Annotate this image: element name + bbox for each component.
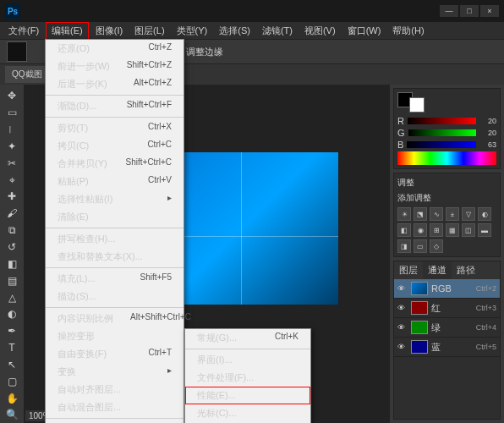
- minimize-button[interactable]: —: [440, 5, 458, 17]
- g-slider[interactable]: [408, 129, 476, 136]
- pen-tool[interactable]: ✒: [2, 323, 22, 339]
- menu-item[interactable]: 常规(G)...Ctrl+K: [185, 329, 310, 347]
- document-tab[interactable]: QQ截图: [5, 66, 49, 83]
- channel-row[interactable]: 👁 绿 Ctrl+4: [394, 318, 500, 338]
- tool-preset[interactable]: [7, 41, 27, 62]
- edit-menu-dropdown: 还原(O)Ctrl+Z前进一步(W)Shift+Ctrl+Z后退一步(K)Alt…: [45, 39, 184, 423]
- tab-channels[interactable]: 通道: [423, 261, 452, 279]
- menu-layer[interactable]: 图层(L): [129, 23, 169, 39]
- lasso-tool[interactable]: ⃒: [2, 122, 22, 138]
- tab-layers[interactable]: 图层: [394, 261, 423, 279]
- adj-hue-icon[interactable]: ◐: [478, 207, 491, 221]
- brush-tool[interactable]: 🖌: [2, 206, 22, 222]
- menu-select[interactable]: 选择(S): [214, 23, 255, 39]
- refine-edge-button[interactable]: 调整边缘: [186, 46, 223, 58]
- menu-item[interactable]: 前进一步(W)Shift+Ctrl+Z: [46, 58, 184, 75]
- background-swatch[interactable]: [409, 97, 425, 113]
- menu-item[interactable]: 拷贝(C)Ctrl+C: [46, 137, 184, 155]
- channel-name: 红: [431, 302, 441, 315]
- channel-shortcut: Ctrl+5: [476, 343, 496, 351]
- crop-tool[interactable]: ✂: [2, 155, 22, 171]
- menu-item[interactable]: 界面(I)...: [185, 351, 310, 369]
- r-slider[interactable]: [408, 118, 476, 124]
- menu-item[interactable]: 内容识别比例Alt+Shift+Ctrl+C: [46, 310, 184, 327]
- visibility-icon[interactable]: 👁: [397, 343, 408, 351]
- zoom-tool[interactable]: 🔍: [2, 407, 22, 423]
- menu-item[interactable]: 光标(C)...: [185, 404, 310, 422]
- menu-item[interactable]: 性能(E)...: [185, 387, 310, 404]
- path-tool[interactable]: ↖: [2, 357, 22, 373]
- hand-tool[interactable]: ✋: [2, 390, 22, 406]
- wand-tool[interactable]: ✦: [2, 139, 22, 155]
- gradient-tool[interactable]: ▤: [2, 272, 22, 288]
- adj-gradient-map-icon[interactable]: ▭: [414, 239, 427, 253]
- maximize-button[interactable]: □: [460, 5, 479, 17]
- channel-row[interactable]: 👁 RGB Ctrl+2: [394, 279, 500, 299]
- adj-selective-icon[interactable]: ◇: [430, 239, 443, 253]
- channels-panel: 图层 通道 路径 👁 RGB Ctrl+2👁 红 Ctrl+3👁 绿 Ctrl+…: [393, 261, 501, 420]
- b-label: B: [397, 140, 403, 150]
- adj-photo-filter-icon[interactable]: ◉: [414, 223, 427, 237]
- adj-lookup-icon[interactable]: ▦: [446, 223, 459, 237]
- b-value[interactable]: 63: [479, 140, 496, 149]
- b-slider[interactable]: [407, 141, 476, 148]
- menu-item: 拼写检查(H)...: [46, 230, 184, 248]
- channel-name: RGB: [431, 283, 452, 294]
- shape-tool[interactable]: ▢: [2, 373, 22, 389]
- menu-item[interactable]: 自由变换(F)Ctrl+T: [46, 345, 184, 363]
- channel-shortcut: Ctrl+4: [476, 323, 496, 332]
- type-tool[interactable]: T: [2, 340, 22, 356]
- menu-view[interactable]: 视图(V): [299, 23, 341, 39]
- stamp-tool[interactable]: ⧉: [2, 222, 22, 239]
- menu-item: 渐隐(D)...Shift+Ctrl+F: [46, 97, 184, 115]
- menu-item[interactable]: 选择性粘贴(I)▸: [46, 190, 184, 208]
- eyedropper-tool[interactable]: ⌖: [2, 172, 22, 188]
- menu-item[interactable]: 粘贴(P)Ctrl+V: [46, 173, 184, 190]
- history-brush-tool[interactable]: ↺: [2, 239, 22, 255]
- visibility-icon[interactable]: 👁: [397, 323, 408, 332]
- menu-item: 自动对齐图层...: [46, 381, 184, 398]
- g-label: G: [397, 128, 405, 138]
- r-value[interactable]: 20: [479, 117, 496, 125]
- visibility-icon[interactable]: 👁: [397, 284, 408, 293]
- menu-item[interactable]: 剪切(T)Ctrl+X: [46, 119, 184, 137]
- adj-exposure-icon[interactable]: ±: [446, 207, 459, 221]
- eraser-tool[interactable]: ◧: [2, 255, 22, 272]
- blur-tool[interactable]: △: [2, 289, 22, 305]
- channel-row[interactable]: 👁 红 Ctrl+3: [394, 299, 500, 318]
- adj-invert-icon[interactable]: ◫: [462, 223, 475, 237]
- toolbox: ✥ ▭ ⃒ ✦ ✂ ⌖ ✚ 🖌 ⧉ ↺ ◧ ▤ △ ◐ ✒ T ↖ ▢ ✋ 🔍: [0, 85, 24, 423]
- menu-window[interactable]: 窗口(W): [342, 23, 386, 39]
- channel-row[interactable]: 👁 蓝 Ctrl+5: [394, 338, 500, 357]
- adj-brightness-icon[interactable]: ☀: [397, 207, 411, 221]
- heal-tool[interactable]: ✚: [2, 189, 22, 205]
- tab-paths[interactable]: 路径: [452, 261, 480, 279]
- close-button[interactable]: ×: [480, 5, 499, 17]
- adjustments-title: 调整: [397, 177, 496, 189]
- adj-curves-icon[interactable]: ∿: [430, 207, 443, 221]
- dodge-tool[interactable]: ◐: [2, 306, 22, 322]
- move-tool[interactable]: ✥: [2, 88, 22, 104]
- menu-item[interactable]: 还原(O)Ctrl+Z: [46, 40, 184, 58]
- marquee-tool[interactable]: ▭: [2, 105, 22, 121]
- menu-image[interactable]: 图像(I): [90, 23, 128, 39]
- adj-threshold-icon[interactable]: ◨: [397, 239, 411, 253]
- visibility-icon[interactable]: 👁: [397, 304, 408, 312]
- adj-mixer-icon[interactable]: ⊞: [430, 223, 443, 237]
- menu-item[interactable]: 填充(L)...Shift+F5: [46, 270, 184, 288]
- spectrum-picker[interactable]: [397, 151, 496, 165]
- menu-item[interactable]: 文件处理(F)...: [185, 369, 310, 387]
- adj-posterize-icon[interactable]: ▬: [478, 223, 491, 237]
- adjustments-subtitle: 添加调整: [397, 192, 496, 204]
- r-label: R: [397, 116, 404, 126]
- menu-edit[interactable]: 编辑(E): [46, 22, 89, 40]
- menu-help[interactable]: 帮助(H): [387, 23, 429, 39]
- menu-type[interactable]: 类型(Y): [172, 23, 213, 39]
- adj-levels-icon[interactable]: ⬔: [414, 207, 427, 221]
- menu-file[interactable]: 文件(F): [3, 23, 44, 39]
- g-value[interactable]: 20: [479, 129, 496, 137]
- menu-item[interactable]: 后退一步(K)Alt+Ctrl+Z: [46, 75, 184, 93]
- adj-vibrance-icon[interactable]: ▽: [462, 207, 475, 221]
- adj-bw-icon[interactable]: ◧: [397, 223, 411, 237]
- menu-filter[interactable]: 滤镜(T): [257, 23, 298, 39]
